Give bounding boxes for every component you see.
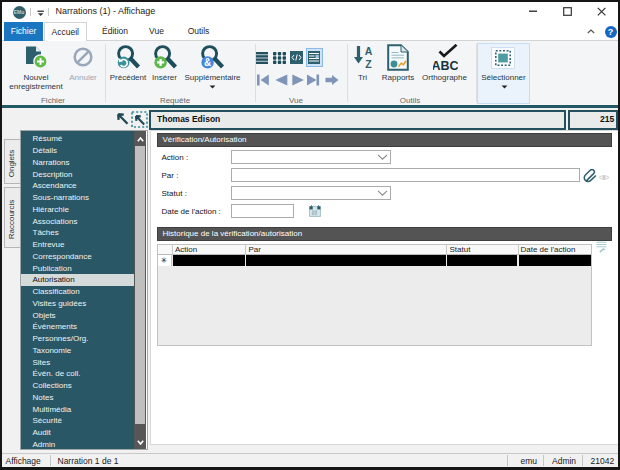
- svg-text:ABC: ABC: [433, 59, 458, 72]
- svg-text:&: &: [204, 57, 211, 68]
- svg-text:Z: Z: [365, 58, 372, 70]
- svg-text:A: A: [365, 45, 373, 57]
